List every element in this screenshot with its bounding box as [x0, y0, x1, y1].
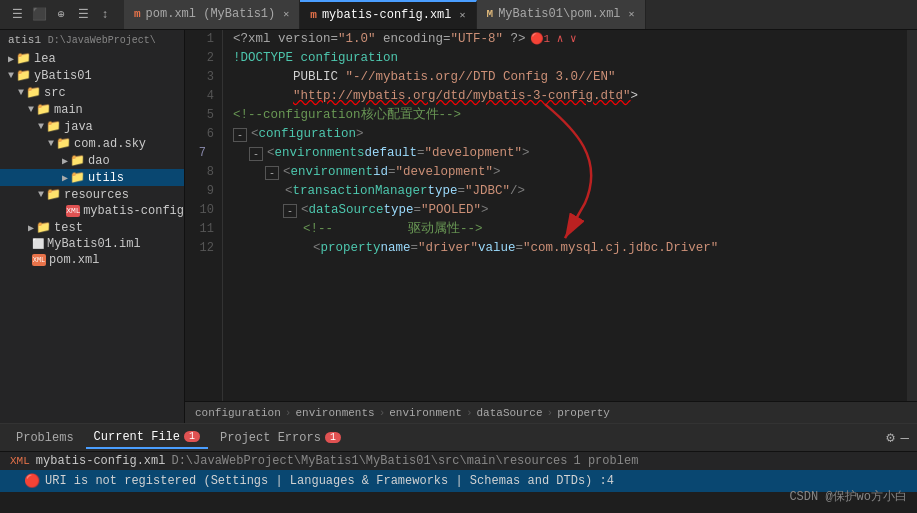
- code-text: <!-- 驱动属性-->: [303, 220, 483, 239]
- breadcrumb-sep: ›: [285, 407, 292, 419]
- tab-close-pom2[interactable]: ✕: [629, 8, 635, 20]
- code-line-6: - <configuration>: [233, 125, 907, 144]
- title-bar: ☰ ⬛ ⊕ ☰ ↕ m pom.xml (MyBatis1) ✕ m mybat…: [0, 0, 917, 30]
- main-area: atis1 D:\JavaWebProject\ ▶ 📁 lea ▼ 📁 yBa…: [0, 30, 917, 423]
- code-line-2: !DOCTYPE configuration: [233, 49, 907, 68]
- sidebar-header: atis1 D:\JavaWebProject\: [0, 30, 184, 50]
- tab-problems[interactable]: Problems: [8, 428, 82, 448]
- fold-icon[interactable]: -: [249, 147, 263, 161]
- sidebar-item-lea[interactable]: ▶ 📁 lea: [0, 50, 184, 67]
- breadcrumb-property: property: [557, 407, 610, 419]
- xml-badge: XML: [10, 455, 30, 467]
- tab-close-pom1[interactable]: ✕: [283, 8, 289, 20]
- fold-icon[interactable]: -: [265, 166, 279, 180]
- code-area[interactable]: 1 2 3 4 5 6 7 8 9 10 11 12 <?xml version…: [185, 30, 917, 401]
- breadcrumb-sep: ›: [466, 407, 473, 419]
- iml-file-icon: ⬜: [32, 238, 44, 250]
- tab-bar: m pom.xml (MyBatis1) ✕ m mybatis-config.…: [124, 0, 909, 30]
- folder-icon: 📁: [26, 85, 41, 100]
- settings-icon[interactable]: ⚙: [886, 429, 894, 446]
- editor-area: 1 2 3 4 5 6 7 8 9 10 11 12 <?xml version…: [185, 30, 917, 423]
- sidebar-label-java: java: [64, 120, 93, 134]
- problem-error-row[interactable]: 🔴 URI is not registered (Settings | Lang…: [0, 470, 917, 492]
- code-text: !DOCTYPE configuration: [233, 49, 398, 68]
- sidebar-item-pom-xml[interactable]: XML pom.xml: [0, 252, 184, 268]
- tab-label-pom2: MyBatis01\pom.xml: [498, 7, 620, 21]
- code-text: <!--configuration核心配置文件-->: [233, 106, 461, 125]
- code-line-8: - <environment id="development">: [233, 163, 907, 182]
- sidebar-item-com-ad-sky[interactable]: ▼ 📁 com.ad.sky: [0, 135, 184, 152]
- sidebar-item-src[interactable]: ▼ 📁 src: [0, 84, 184, 101]
- tab-pom1[interactable]: m pom.xml (MyBatis1) ✕: [124, 0, 300, 29]
- folder-icon: 📁: [46, 119, 61, 134]
- folder-icon: 📁: [56, 136, 71, 151]
- nav-icon[interactable]: ⬛: [30, 6, 48, 24]
- sidebar-label-pom: pom.xml: [49, 253, 99, 267]
- title-bar-icons: ☰ ⬛ ⊕ ☰ ↕: [8, 6, 114, 24]
- tab-pom2[interactable]: M MyBatis01\pom.xml ✕: [477, 0, 646, 29]
- sidebar-item-mybatis-config-file[interactable]: XML mybatis-config: [0, 203, 184, 219]
- breadcrumb-sep: ›: [547, 407, 554, 419]
- code-content[interactable]: <?xml version="1.0" encoding="UTF-8" ?> …: [223, 30, 907, 401]
- code-text: <: [267, 144, 275, 163]
- sidebar-item-utils[interactable]: ▶ 📁 utils: [0, 169, 184, 186]
- sidebar-label-dao: dao: [88, 154, 110, 168]
- sidebar-label-src: src: [44, 86, 66, 100]
- sidebar-item-test[interactable]: ▶ 📁 test: [0, 219, 184, 236]
- arrow-icon: ▶: [62, 155, 68, 167]
- problem-filepath: D:\JavaWebProject\MyBatis1\MyBatis01\src…: [171, 454, 567, 468]
- arrow-icon: ▼: [8, 70, 14, 81]
- tab-label-pom1: pom.xml (MyBatis1): [146, 7, 276, 21]
- tab-label-mybatis: mybatis-config.xml: [322, 8, 452, 22]
- sidebar-item-dao[interactable]: ▶ 📁 dao: [0, 152, 184, 169]
- sidebar: atis1 D:\JavaWebProject\ ▶ 📁 lea ▼ 📁 yBa…: [0, 30, 185, 423]
- error-message: URI is not registered (Settings | Langua…: [45, 474, 614, 488]
- code-text: <: [301, 201, 309, 220]
- code-line-12: <property name="driver" value="com.mysql…: [233, 239, 907, 258]
- bottom-tab-actions: ⚙ —: [886, 429, 909, 446]
- breadcrumb-config: configuration: [195, 407, 281, 419]
- collapse-icon[interactable]: —: [901, 430, 909, 446]
- sidebar-item-java[interactable]: ▼ 📁 java: [0, 118, 184, 135]
- sidebar-label-com: com.ad.sky: [74, 137, 146, 151]
- tab-project-errors[interactable]: Project Errors 1: [212, 428, 349, 448]
- menu-icon[interactable]: ☰: [8, 6, 26, 24]
- folder-icon: 📁: [16, 51, 31, 66]
- arrow-icon: ▼: [28, 104, 34, 115]
- bottom-tabs: Problems Current File 1 Project Errors 1…: [0, 424, 917, 452]
- sidebar-label-mybatis01: yBatis01: [34, 69, 92, 83]
- code-line-11: <!-- 驱动属性-->: [233, 220, 907, 239]
- code-line-9: <transactionManager type="JDBC"/>: [233, 182, 907, 201]
- error-icon: 🔴: [24, 473, 40, 489]
- tab-icon-mybatis: m: [310, 9, 317, 21]
- sort-icon[interactable]: ↕: [96, 6, 114, 24]
- code-line-3: PUBLIC "-//mybatis.org//DTD Config 3.0//…: [233, 68, 907, 87]
- bottom-content: XML mybatis-config.xml D:\JavaWebProject…: [0, 452, 917, 513]
- breadcrumb-environment: environment: [389, 407, 462, 419]
- breadcrumb-environments: environments: [295, 407, 374, 419]
- tab-mybatis-config[interactable]: m mybatis-config.xml ✕: [300, 0, 476, 29]
- tab-current-file[interactable]: Current File 1: [86, 427, 208, 449]
- sidebar-item-mybatis01[interactable]: ▼ 📁 yBatis01: [0, 67, 184, 84]
- sidebar-item-resources[interactable]: ▼ 📁 resources: [0, 186, 184, 203]
- list-icon[interactable]: ☰: [74, 6, 92, 24]
- sidebar-item-main[interactable]: ▼ 📁 main: [0, 101, 184, 118]
- add-icon[interactable]: ⊕: [52, 6, 70, 24]
- folder-icon: 📁: [70, 170, 85, 185]
- sidebar-label-utils: utils: [88, 171, 124, 185]
- tab-close-mybatis[interactable]: ✕: [460, 9, 466, 21]
- fold-icon[interactable]: -: [233, 128, 247, 142]
- fold-icon[interactable]: -: [283, 204, 297, 218]
- current-file-badge: 1: [184, 431, 200, 442]
- code-line-10: - <dataSource type="POOLED">: [233, 201, 907, 220]
- code-text: PUBLIC "-//mybatis.org//DTD Config 3.0//…: [233, 68, 616, 87]
- vertical-scrollbar[interactable]: [907, 30, 917, 401]
- bottom-panel: Problems Current File 1 Project Errors 1…: [0, 423, 917, 513]
- breadcrumb-datasource: dataSource: [477, 407, 543, 419]
- code-line-5: <!--configuration核心配置文件-->: [233, 106, 907, 125]
- folder-icon: 📁: [36, 102, 51, 117]
- tab-icon-pom2: M: [487, 8, 494, 20]
- code-line-7: - <environments default="development">: [233, 144, 907, 163]
- sidebar-item-iml[interactable]: ⬜ MyBatis01.iml: [0, 236, 184, 252]
- xml-file-icon: XML: [66, 205, 80, 217]
